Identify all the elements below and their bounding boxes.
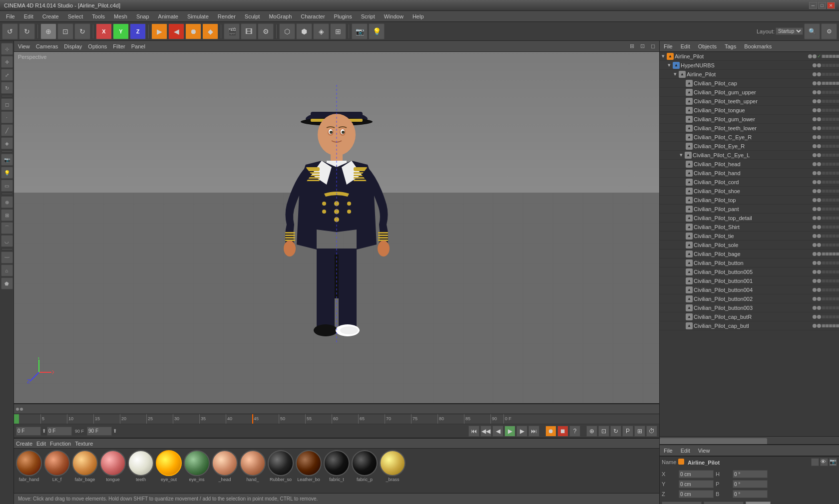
viewport[interactable]: Perspective — [14, 52, 659, 403]
list-item[interactable]: ▲Civilian_Pilot_sole▦▦▦▦▦ — [660, 241, 839, 250]
list-item[interactable]: ▾▲Civilian_Pilot_C_Eye_L▦▦▦▦▦ — [660, 151, 839, 160]
list-item[interactable]: ▲Civilian_Pilot_gum_upper▦▦▦▦▦ — [660, 88, 839, 97]
obj-dot[interactable] — [813, 225, 817, 229]
rotate-button[interactable]: ↻ — [74, 23, 90, 39]
viewport-menu-filter[interactable]: Filter — [111, 43, 127, 49]
list-item[interactable]: _brass — [380, 450, 406, 482]
p-input[interactable] — [733, 480, 768, 488]
viewport-menu-panel[interactable]: Panel — [129, 43, 147, 49]
list-item[interactable]: ▲Civilian_Pilot_teeth_upper▦▦▦▦▦ — [660, 97, 839, 106]
list-item[interactable]: ▲Civilian_Pilot_gum_lower▦▦▦▦▦ — [660, 115, 839, 124]
x-axis-button[interactable]: X — [96, 23, 112, 39]
timeline-ruler[interactable]: 0 5 10 15 20 25 30 35 40 45 50 55 60 65 … — [14, 414, 659, 424]
minimize-button[interactable]: ─ — [809, 2, 817, 9]
obj-dot[interactable] — [813, 54, 817, 58]
obj-dot[interactable] — [813, 162, 817, 166]
scale-tool-button[interactable]: ⤢ — [1, 69, 13, 81]
layout-select[interactable]: Startup — [776, 27, 803, 35]
menu-mograph[interactable]: MoGraph — [265, 12, 296, 20]
play-backward-button[interactable]: ◀ — [168, 23, 184, 39]
material-menu-function[interactable]: Function — [50, 441, 71, 447]
material-menu-create[interactable]: Create — [16, 441, 32, 447]
obj-dot[interactable] — [813, 126, 817, 130]
menu-snap[interactable]: Snap — [132, 12, 153, 20]
deformer-button[interactable]: ⬢ — [296, 23, 312, 39]
apply-button[interactable]: Apply — [746, 502, 771, 504]
array-button[interactable]: ⊞ — [1, 209, 13, 221]
edge-mode-button[interactable]: ╱ — [1, 124, 13, 136]
goto-start-button[interactable]: ⏮ — [468, 426, 479, 437]
obj-dot[interactable] — [817, 144, 821, 148]
play-back-button[interactable]: ◀◀ — [480, 426, 491, 437]
list-item[interactable]: ▲Civilian_Pilot_bage▦▦▦▦▦ — [660, 250, 839, 258]
record-button[interactable]: ⏺ — [185, 23, 201, 39]
obj-dot[interactable] — [817, 261, 821, 265]
y-axis-button[interactable]: Y — [113, 23, 129, 39]
hair-button[interactable]: 〰 — [1, 252, 13, 263]
menu-help[interactable]: Help — [409, 12, 428, 20]
obj-dot[interactable] — [817, 117, 821, 121]
scale-key-button[interactable]: ⊡ — [598, 426, 609, 437]
obj-dot[interactable] — [817, 216, 821, 220]
boole-button[interactable]: ⊕ — [1, 196, 13, 208]
list-item[interactable]: fabr_hand — [16, 450, 42, 482]
obj-dot[interactable] — [817, 225, 821, 229]
list-item[interactable]: Leather_bo — [296, 450, 322, 482]
obj-dot[interactable] — [813, 243, 817, 247]
obj-menu-tags[interactable]: Tags — [723, 43, 738, 49]
obj-dot[interactable] — [808, 54, 812, 58]
frame-end-input[interactable] — [87, 427, 112, 436]
obj-dot[interactable] — [817, 171, 821, 175]
scale-select[interactable]: Scale — [704, 502, 744, 504]
list-item[interactable]: fabric_t — [324, 450, 350, 482]
stop-button[interactable]: ⏹ — [557, 426, 568, 437]
list-item[interactable]: ▲Civilian_Pilot_hand▦▦▦▦▦ — [660, 169, 839, 178]
render-view-button[interactable]: 🎬 — [224, 23, 240, 39]
obj-dot[interactable] — [817, 315, 821, 319]
obj-dot[interactable] — [817, 270, 821, 274]
obj-dot[interactable] — [817, 99, 821, 103]
obj-menu-bookmarks[interactable]: Bookmarks — [742, 43, 774, 49]
obj-dot[interactable] — [813, 180, 817, 184]
menu-create[interactable]: Create — [38, 12, 63, 20]
list-item[interactable]: eye_ins — [184, 450, 210, 482]
obj-dot[interactable] — [817, 198, 821, 202]
list-item[interactable]: ▲Civilian_Pilot_button005▦▦▦▦▦ — [660, 267, 839, 276]
obj-dot[interactable] — [813, 252, 817, 256]
obj-dot[interactable] — [813, 234, 817, 238]
list-item[interactable]: ▲Civilian_Pilot_C_Eye_R▦▦▦▦▦ — [660, 133, 839, 142]
list-item[interactable]: ▾▲Airline_Pilot✓▦▦▦▦▦ — [660, 52, 839, 61]
props-menu-edit[interactable]: Edit — [679, 448, 692, 454]
menu-plugins[interactable]: Plugins — [330, 12, 356, 20]
step-forward-button[interactable]: ▶ — [516, 426, 527, 437]
list-item[interactable]: ▾▲HyperNURBS▦▦▦▦▦ — [660, 61, 839, 70]
obj-dot[interactable] — [813, 63, 817, 67]
menu-sculpt[interactable]: Sculpt — [241, 12, 264, 20]
obj-dot[interactable] — [813, 144, 817, 148]
camera-button[interactable]: 📷 — [352, 23, 368, 39]
z-input[interactable] — [679, 490, 714, 498]
list-item[interactable]: ▲Civilian_Pilot_Shirt▦▦▦▦▦ — [660, 223, 839, 232]
list-item[interactable]: hand_ — [240, 450, 266, 482]
obj-dot[interactable] — [813, 117, 817, 121]
b-input[interactable] — [733, 490, 768, 498]
list-item[interactable]: fabric_p — [352, 450, 378, 482]
rotate-tool-button[interactable]: ↻ — [1, 82, 13, 94]
obj-dot[interactable] — [817, 153, 821, 157]
keyframe-button[interactable]: ◆ — [202, 23, 218, 39]
object-manager-scrollbar[interactable] — [660, 436, 839, 444]
play-forward-button[interactable]: ▶ — [151, 23, 167, 39]
frame-start-input[interactable] — [16, 427, 41, 436]
list-item[interactable]: LK_f — [44, 450, 70, 482]
list-item[interactable]: ▲Civilian_Pilot_cap_butR▦▦▦▦▦ — [660, 312, 839, 321]
list-item[interactable]: ▲Civilian_Pilot_Eye_R▦▦▦▦▦ — [660, 142, 839, 151]
search-button[interactable]: 🔍 — [804, 23, 820, 39]
viewport-menu-options[interactable]: Options — [86, 43, 109, 49]
list-item[interactable]: ▾▲Airline_Pilot▦▦▦▦▦ — [660, 70, 839, 79]
list-item[interactable]: ▲Civilian_Pilot_tie▦▦▦▦▦ — [660, 232, 839, 241]
obj-dot[interactable] — [817, 72, 821, 76]
scale-button[interactable]: ⊡ — [57, 23, 73, 39]
obj-dot[interactable] — [817, 234, 821, 238]
obj-dot[interactable] — [817, 306, 821, 310]
undo-button[interactable]: ↺ — [2, 23, 18, 39]
